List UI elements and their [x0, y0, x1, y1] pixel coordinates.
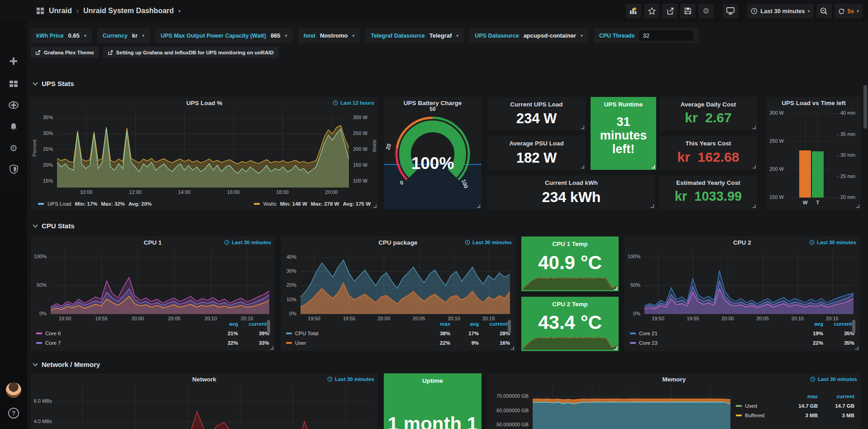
star-dashboard-button[interactable] [644, 4, 659, 18]
zoom-out-time-button[interactable] [816, 4, 832, 18]
dashboard-caret-icon[interactable]: ▾ [178, 9, 181, 14]
legend-sort-avg[interactable]: avg [213, 321, 238, 327]
panel-title[interactable]: UPS Battery Charge [384, 100, 482, 106]
legend-row-core21[interactable]: Core 21 19% 35% [630, 328, 854, 338]
variable-ups-max-output[interactable]: UPS Max Output Power Capacity (Watt) 865… [155, 28, 293, 43]
stat-title[interactable]: CPU 2 Temp [521, 301, 619, 308]
legend-sort-current[interactable]: current▾ [241, 321, 269, 327]
stat-title[interactable]: CPU 1 Temp [521, 241, 619, 247]
load-vs-time-chart[interactable]: 300 W250 W200 W150 W40 min35 min30 min25… [767, 97, 861, 209]
link-ups-monitoring-guide[interactable]: Setting up Grafana and InfluxDB for UPS … [103, 47, 278, 58]
variable-currency[interactable]: Currency kr ▾ [97, 28, 150, 43]
variable-kwh-price[interactable]: kWh Price 0.65 ▾ [31, 28, 92, 43]
panel-resize-handle[interactable] [511, 347, 514, 350]
legend-sort-current[interactable]: current▾ [482, 321, 510, 327]
caret-down-icon: ▾ [142, 33, 144, 38]
shield-icon [10, 164, 18, 174]
legend-sort-current[interactable]: current [821, 394, 854, 399]
breadcrumb-current[interactable]: Unraid System Dashboard [83, 7, 174, 15]
clock-icon [809, 240, 815, 245]
panel-title[interactable]: UPS Load % [31, 100, 378, 106]
legend-row-core23[interactable]: Core 23 22% 35% [630, 338, 854, 347]
stat-title[interactable]: Average PSU Load [487, 140, 586, 147]
time-range-link[interactable]: Last 30 minutes [224, 240, 271, 245]
legend-item-watts[interactable]: Watts Min: 148 W Max: 278 W Avg: 175 W [254, 201, 371, 207]
share-dashboard-button[interactable] [662, 4, 677, 18]
sidebar-item-alerting[interactable] [0, 118, 27, 135]
legend-row-core7[interactable]: Core 7 22% 33% [36, 338, 269, 347]
panel-title[interactable]: UPS Load vs Time left [767, 100, 861, 106]
page-scrollbar-thumb[interactable] [863, 85, 867, 129]
save-dashboard-button[interactable] [680, 4, 696, 18]
ups-load-chart[interactable]: 35%30%25%20%15%300 W250 W200 W150 W100 W… [31, 97, 378, 209]
legend-row-user[interactable]: User 22% 9% 16% [286, 338, 510, 347]
section-cpu-stats[interactable]: CPU Stats [33, 222, 75, 230]
sidebar-item-create[interactable] [0, 53, 27, 70]
variable-telegraf-datasource[interactable]: Telegraf Datasource Telegraf ▾ [365, 28, 464, 43]
legend-sort-avg[interactable]: avg [798, 321, 823, 327]
time-range-link[interactable]: Last 12 hours [333, 100, 374, 106]
battery-gauge-chart[interactable]: 02050100 [384, 97, 482, 209]
panel-resize-handle[interactable] [753, 165, 756, 169]
stat-title[interactable]: Current Load kWh [487, 179, 655, 186]
refresh-picker[interactable]: 5s ▾ [835, 4, 863, 18]
legend-scrollbar[interactable] [508, 320, 511, 333]
link-label: Grafana Plex Theme [44, 50, 94, 55]
stat-title[interactable]: UPS Runtime [591, 101, 656, 108]
sidebar-item-help[interactable]: ? [0, 405, 27, 422]
panel-resize-handle[interactable] [477, 205, 480, 208]
time-range-picker[interactable]: Last 30 minutes ▾ [747, 4, 813, 18]
panel-title[interactable]: Network [31, 376, 378, 383]
section-network-memory[interactable]: Network / Memory [33, 361, 100, 368]
sidebar-item-dashboards[interactable] [0, 75, 27, 92]
panel-resize-handle[interactable] [614, 287, 617, 290]
stat-title[interactable]: Average Daily Cost [659, 101, 757, 108]
legend-scrollbar[interactable] [267, 320, 270, 333]
stat-title[interactable]: This Years Cost [659, 140, 757, 147]
panel-resize-handle[interactable] [753, 205, 756, 208]
panel-title[interactable]: Memory [487, 376, 861, 383]
sidebar-item-configuration[interactable]: ⚙ [0, 140, 27, 157]
panel-resize-handle[interactable] [856, 205, 859, 208]
time-range-link[interactable]: Last 30 minutes [809, 240, 856, 245]
stat-title[interactable]: Uptime [384, 377, 482, 384]
stat-title[interactable]: Current UPS Load [487, 101, 586, 108]
cycle-view-mode-button[interactable] [723, 4, 738, 18]
panel-resize-handle[interactable] [652, 165, 655, 169]
panel-resize-handle[interactable] [753, 126, 756, 129]
stat-title[interactable]: Estimated Yearly Cost [659, 179, 757, 186]
sidebar-item-profile[interactable] [0, 381, 27, 399]
variable-ups-datasource[interactable]: UPS Datasource apcupsd-container ▾ [469, 28, 588, 43]
add-panel-button[interactable] [626, 4, 641, 18]
link-grafana-plex-theme[interactable]: Grafana Plex Theme [31, 47, 99, 58]
panel-resize-handle[interactable] [270, 347, 273, 350]
legend-sort-max[interactable]: max [784, 394, 818, 399]
panel-resize-handle[interactable] [581, 126, 584, 129]
sidebar-item-explore[interactable] [0, 96, 27, 114]
legend-row-core6[interactable]: Core 6 21% 39% [36, 328, 269, 338]
section-ups-stats[interactable]: UPS Stats [33, 80, 74, 87]
legend-row-cpu-total[interactable]: CPU Total 38% 17% 28% [286, 328, 510, 338]
legend-sort-avg[interactable]: avg [453, 321, 479, 327]
legend-sort-current[interactable]: current▾ [826, 321, 854, 327]
chevron-down-icon [33, 222, 38, 227]
panel-resize-handle[interactable] [614, 347, 617, 350]
breadcrumb-root[interactable]: Unraid [49, 7, 72, 15]
legend-row-used[interactable]: Used 14.7 GB 14.7 GB [736, 401, 854, 410]
legend-scrollbar[interactable] [852, 320, 855, 333]
panel-resize-handle[interactable] [581, 165, 584, 169]
panel-resize-handle[interactable] [855, 347, 858, 350]
time-range-link[interactable]: Last 30 minutes [465, 240, 512, 245]
panel-resize-handle[interactable] [651, 205, 654, 208]
legend-sort-max[interactable]: max [423, 321, 450, 327]
panel-resize-handle[interactable] [373, 205, 377, 208]
legend-row-buffered[interactable]: Buffered 3 MB 3 MB [736, 410, 854, 420]
dashboard-settings-button[interactable]: ⚙ [698, 4, 714, 18]
time-range-link[interactable]: Last 30 minutes [810, 376, 857, 382]
cpu-threads-input[interactable]: 32 [639, 30, 693, 41]
legend-item-ups-load[interactable]: UPS Load Min: 17% Max: 32% Avg: 20% [38, 201, 152, 207]
variable-host[interactable]: host Nostromo ▾ [298, 28, 360, 43]
ups-load-legend: UPS Load Min: 17% Max: 32% Avg: 20% Watt… [38, 201, 371, 207]
time-range-link[interactable]: Last 30 minutes [327, 376, 374, 382]
sidebar-item-server-admin[interactable] [0, 160, 27, 178]
